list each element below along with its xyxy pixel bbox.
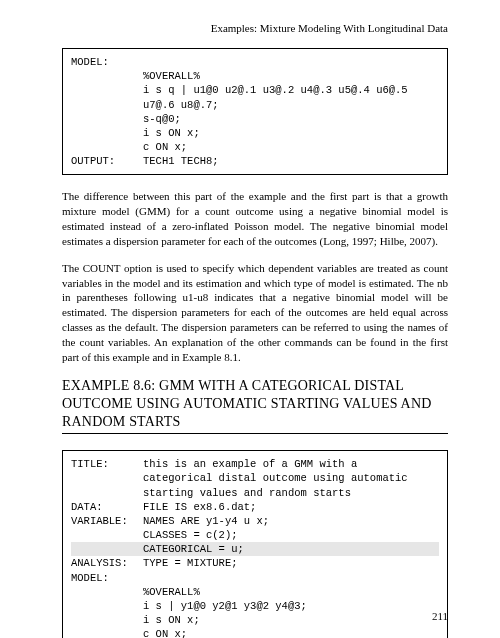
code-label: DATA:: [71, 500, 143, 514]
page-number: 211: [432, 610, 448, 622]
code-label: OUTPUT:: [71, 154, 143, 168]
code-label: MODEL:: [71, 55, 143, 69]
code-line: CLASSES = c(2);: [143, 529, 238, 541]
code-block-1: MODEL: %OVERALL% i s q | u1@0 u2@.1 u3@.…: [62, 48, 448, 175]
code-line: i s q | u1@0 u2@.1 u3@.2 u4@.3 u5@.4 u6@…: [143, 84, 408, 96]
code-line-highlighted: CATEGORICAL = u;: [143, 543, 244, 555]
code-line: %OVERALL%: [143, 586, 200, 598]
code-line: u7@.6 u8@.7;: [143, 99, 219, 111]
code-line: TECH1 TECH8;: [143, 155, 219, 167]
code-line: categorical distal outcome using automat…: [143, 472, 408, 484]
heading-rule: [62, 433, 448, 434]
code-label: MODEL:: [71, 571, 143, 585]
code-label: TITLE:: [71, 457, 143, 471]
code-line: c ON x;: [143, 141, 187, 153]
code-line: TYPE = MIXTURE;: [143, 557, 238, 569]
code-line: i s ON x;: [143, 614, 200, 626]
section-heading: EXAMPLE 8.6: GMM WITH A CATEGORICAL DIST…: [62, 377, 448, 432]
code-line: this is an example of a GMM with a: [143, 458, 357, 470]
code-line: FILE IS ex8.6.dat;: [143, 501, 256, 513]
code-line: NAMES ARE y1-y4 u x;: [143, 515, 269, 527]
code-label: VARIABLE:: [71, 514, 143, 528]
body-paragraph-2: The COUNT option is used to specify whic…: [62, 261, 448, 365]
code-line: i s ON x;: [143, 127, 200, 139]
body-paragraph-1: The difference between this part of the …: [62, 189, 448, 248]
page-header: Examples: Mixture Modeling With Longitud…: [62, 22, 448, 34]
code-line: starting values and random starts: [143, 487, 351, 499]
code-line: %OVERALL%: [143, 70, 200, 82]
code-line: s-q@0;: [143, 113, 181, 125]
code-label: ANALYSIS:: [71, 556, 143, 570]
code-line: i s | y1@0 y2@1 y3@2 y4@3;: [143, 600, 307, 612]
code-block-2: TITLE:this is an example of a GMM with a…: [62, 450, 448, 638]
code-line: c ON x;: [143, 628, 187, 638]
